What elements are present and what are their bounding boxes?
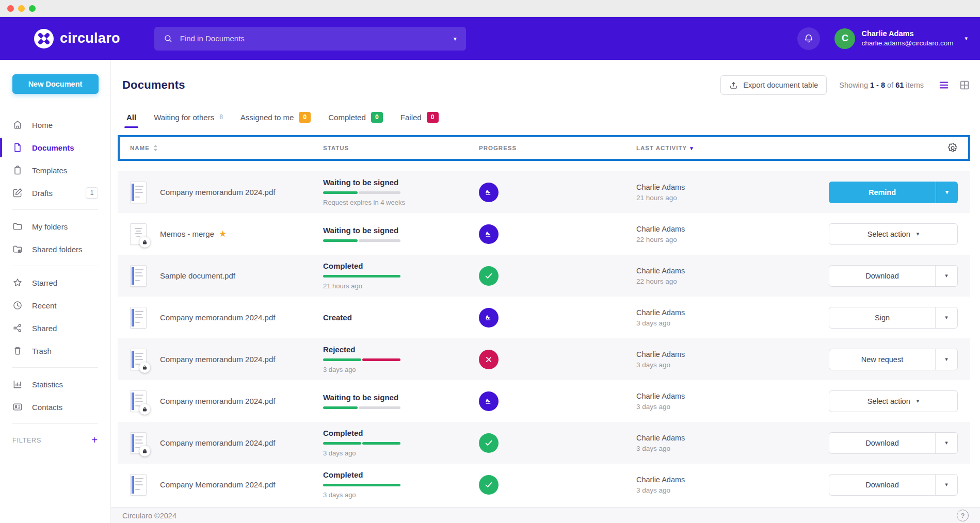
- sidebar-item-label: Home: [32, 121, 53, 129]
- download-button[interactable]: Download ▾: [829, 474, 958, 496]
- column-header-last-activity[interactable]: LAST ACTIVITY ▾: [636, 145, 947, 152]
- sidebar-item-home[interactable]: Home: [0, 113, 110, 136]
- sidebar-item-contacts[interactable]: Contacts: [0, 396, 110, 418]
- tab-failed[interactable]: Failed 0: [393, 106, 446, 128]
- signature-status-icon: [479, 224, 499, 244]
- sidebar-item-shared-folders[interactable]: Shared folders: [0, 238, 110, 260]
- document-name[interactable]: Company memorandum 2024.pdf: [160, 438, 275, 447]
- document-thumbnail: [130, 349, 147, 370]
- new-document-button[interactable]: New Document: [12, 74, 99, 94]
- star-icon[interactable]: ★: [219, 229, 227, 239]
- stats-icon: [12, 379, 23, 389]
- brand-logo[interactable]: circularo: [34, 29, 120, 48]
- sidebar-item-starred[interactable]: Starred: [0, 271, 110, 294]
- tab-waiting-for-others[interactable]: Waiting for others 8: [147, 106, 230, 128]
- document-name[interactable]: Company memorandum 2024.pdf: [160, 313, 275, 322]
- sidebar-item-trash[interactable]: Trash: [0, 339, 110, 362]
- sidebar-item-drafts[interactable]: Drafts 1: [0, 182, 110, 204]
- sidebar-item-my-folders[interactable]: My folders: [0, 215, 110, 238]
- document-name[interactable]: Memos - merge★: [160, 228, 227, 239]
- search-input[interactable]: Find in Documents: [180, 34, 245, 43]
- select-action-button[interactable]: Select action▾: [829, 223, 958, 245]
- table-row[interactable]: Company memorandum 2024.pdf Created Char…: [118, 297, 970, 338]
- tab-assigned-to-me[interactable]: Assigned to me 0: [233, 106, 318, 128]
- sidebar-item-label: Contacts: [32, 403, 62, 412]
- sidebar-item-templates[interactable]: Templates: [0, 159, 110, 182]
- clipboard-icon: [12, 165, 23, 175]
- document-thumbnail: [130, 390, 147, 412]
- remind-button[interactable]: Remind ▾: [829, 182, 958, 203]
- list-view-icon[interactable]: [938, 79, 950, 91]
- notifications-button[interactable]: [797, 27, 820, 50]
- document-name[interactable]: Company memorandum 2024.pdf: [160, 188, 275, 197]
- tab-bar: All Waiting for others 8 Assigned to me …: [111, 106, 980, 128]
- table-row[interactable]: Company Memorandum 2024.pdf Completed 3 …: [118, 464, 970, 505]
- sidebar-item-label: Recent: [32, 301, 57, 310]
- page-title: Documents: [122, 78, 185, 92]
- search-icon: [164, 34, 173, 43]
- star-icon: [12, 277, 23, 288]
- last-activity-actor: Charlie Adams: [636, 183, 829, 191]
- tab-badge: 0: [427, 112, 439, 123]
- table-row[interactable]: Company memorandum 2024.pdf Waiting to b…: [118, 380, 970, 422]
- table-row[interactable]: Company memorandum 2024.pdf Waiting to b…: [118, 171, 970, 213]
- table-row[interactable]: Memos - merge★ Waiting to be signed Char…: [118, 213, 970, 255]
- last-activity-actor: Charlie Adams: [636, 308, 829, 317]
- download-button[interactable]: Download ▾: [829, 265, 958, 287]
- document-thumbnail: [130, 223, 147, 245]
- document-name[interactable]: Company Memorandum 2024.pdf: [160, 480, 275, 489]
- action-dropdown-caret-icon[interactable]: ▾: [935, 266, 957, 286]
- sidebar-item-shared[interactable]: Shared: [0, 317, 110, 339]
- pencil-icon: [12, 188, 23, 198]
- action-dropdown-caret-icon[interactable]: ▾: [935, 475, 957, 495]
- window-close-button[interactable]: [7, 5, 14, 12]
- table-row[interactable]: Company memorandum 2024.pdf Rejected 3 d…: [118, 338, 970, 380]
- action-dropdown-caret-icon[interactable]: ▾: [936, 182, 958, 203]
- sidebar-item-label: Trash: [32, 347, 52, 355]
- document-thumbnail: [130, 307, 147, 329]
- sign-button[interactable]: Sign ▾: [829, 307, 958, 329]
- column-header-name[interactable]: NAME: [130, 144, 323, 152]
- last-activity-time: 3 days ago: [636, 361, 829, 369]
- tab-completed[interactable]: Completed 0: [321, 106, 390, 128]
- table-row[interactable]: Company memorandum 2024.pdf Completed 3 …: [118, 422, 970, 464]
- check-status-icon: [479, 266, 499, 286]
- action-dropdown-caret-icon[interactable]: ▾: [935, 349, 957, 370]
- documents-table: NAME STATUS PROGRESS LAST ACTIVITY ▾: [118, 135, 970, 505]
- action-dropdown-caret-icon[interactable]: ▾: [935, 433, 957, 453]
- user-menu[interactable]: C Charlie Adams charlie.adams@circularo.…: [834, 28, 968, 49]
- action-button-label: New request: [829, 349, 935, 370]
- document-name[interactable]: Company memorandum 2024.pdf: [160, 397, 275, 405]
- check-status-icon: [479, 433, 499, 453]
- document-name[interactable]: Company memorandum 2024.pdf: [160, 355, 275, 364]
- export-document-table-button[interactable]: Export document table: [720, 75, 827, 95]
- sort-icon[interactable]: [153, 144, 158, 152]
- search-scope-dropdown-icon[interactable]: ▾: [454, 35, 457, 42]
- tab-label: Completed: [328, 113, 366, 122]
- sidebar-item-recent[interactable]: Recent: [0, 294, 110, 317]
- select-action-button[interactable]: Select action▾: [829, 390, 958, 412]
- tab-all[interactable]: All: [119, 106, 143, 128]
- new-request-button[interactable]: New request ▾: [829, 349, 958, 370]
- document-thumbnail: [130, 182, 147, 203]
- search-bar[interactable]: Find in Documents ▾: [154, 27, 466, 51]
- grid-view-icon[interactable]: [959, 79, 970, 91]
- column-header-status[interactable]: STATUS: [323, 145, 479, 151]
- action-dropdown-caret-icon[interactable]: ▾: [935, 307, 957, 328]
- page-footer: Circularo ©2024 ?: [111, 507, 980, 523]
- folder-icon: [12, 221, 23, 232]
- status-note: 3 days ago: [323, 449, 479, 457]
- table-row[interactable]: Sample document.pdf Completed 21 hours a…: [118, 255, 970, 297]
- last-activity-time: 3 days ago: [636, 486, 829, 494]
- document-name[interactable]: Sample document.pdf: [160, 271, 235, 280]
- add-filter-button[interactable]: +: [92, 434, 98, 446]
- sidebar-item-documents[interactable]: Documents: [0, 136, 110, 159]
- window-zoom-button[interactable]: [29, 5, 36, 12]
- table-settings-gear-icon[interactable]: [947, 143, 958, 153]
- sidebar-item-statistics[interactable]: Statistics: [0, 373, 110, 396]
- download-button[interactable]: Download ▾: [829, 432, 958, 454]
- column-header-progress[interactable]: PROGRESS: [479, 145, 636, 151]
- window-minimize-button[interactable]: [18, 5, 25, 12]
- help-icon[interactable]: ?: [957, 510, 969, 521]
- app-window: circularo Find in Documents ▾ C Charlie …: [0, 0, 980, 523]
